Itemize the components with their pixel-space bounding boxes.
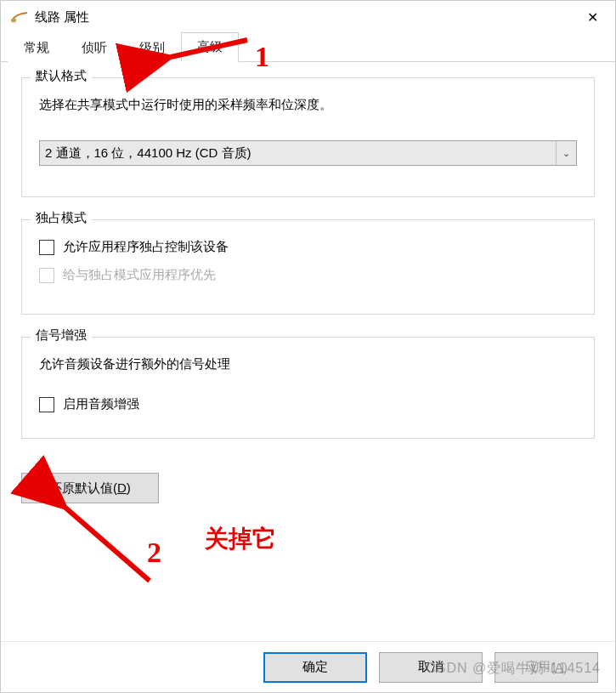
cancel-button[interactable]: 取消 <box>379 652 483 683</box>
exclusive-priority-label: 给与独占模式应用程序优先 <box>63 267 216 283</box>
group-exclusive-mode: 独占模式 允许应用程序独占控制该设备 给与独占模式应用程序优先 <box>21 219 595 315</box>
enable-enhance-label: 启用音频增强 <box>63 396 139 412</box>
tab-content: 默认格式 选择在共享模式中运行时使用的采样频率和位深度。 2 通道，16 位，4… <box>1 62 615 641</box>
group-default-format: 默认格式 选择在共享模式中运行时使用的采样频率和位深度。 2 通道，16 位，4… <box>21 77 595 197</box>
annotation-num-2: 2 <box>147 537 161 568</box>
tab-general[interactable]: 常规 <box>8 33 65 62</box>
apply-label: 应用 <box>525 659 551 675</box>
sample-format-value: 2 通道，16 位，44100 Hz (CD 音质) <box>45 145 251 162</box>
restore-defaults-label: 还原默认值 <box>49 480 113 495</box>
signal-desc: 允许音频设备进行额外的信号处理 <box>39 356 577 372</box>
enable-enhance-checkbox[interactable] <box>39 397 54 412</box>
apply-key: A <box>555 660 563 674</box>
sample-format-dropdown[interactable]: 2 通道，16 位，44100 Hz (CD 音质) ⌄ <box>39 140 577 166</box>
ok-label: 确定 <box>302 659 328 675</box>
chevron-down-icon: ⌄ <box>556 141 576 165</box>
window-title: 线路 属性 <box>35 9 89 26</box>
tab-listen[interactable]: 侦听 <box>65 33 123 62</box>
exclusive-priority-checkbox <box>39 268 54 283</box>
exclusive-allow-row: 允许应用程序独占控制该设备 <box>39 239 577 255</box>
dialog-footer: 确定 取消 应用(A) <box>1 641 615 692</box>
svg-line-2 <box>65 508 150 581</box>
tab-levels[interactable]: 级别 <box>123 33 181 62</box>
svg-point-0 <box>11 19 16 23</box>
group-signal-enhance: 信号增强 允许音频设备进行额外的信号处理 启用音频增强 <box>21 337 595 439</box>
annotation-arrow-2: 2 关掉它 <box>35 487 324 609</box>
exclusive-allow-label: 允许应用程序独占控制该设备 <box>63 239 229 255</box>
close-button[interactable]: ✕ <box>573 3 612 31</box>
restore-defaults-button[interactable]: 还原默认值(D) <box>21 473 159 503</box>
tabstrip: 常规 侦听 级别 高级 <box>1 33 615 62</box>
tab-advanced[interactable]: 高级 <box>181 32 239 62</box>
group-title-default-format: 默认格式 <box>31 68 92 84</box>
apply-button[interactable]: 应用(A) <box>494 652 598 683</box>
group-title-signal: 信号增强 <box>31 327 92 344</box>
app-icon <box>11 10 28 24</box>
cancel-label: 取消 <box>418 659 444 675</box>
properties-dialog: 线路 属性 ✕ 常规 侦听 级别 高级 默认格式 选择在共享模式中运行时使用的采… <box>0 0 616 693</box>
restore-defaults-key: D <box>117 480 127 495</box>
annotation-text: 关掉它 <box>204 525 276 552</box>
titlebar: 线路 属性 ✕ <box>1 1 615 33</box>
ok-button[interactable]: 确定 <box>263 652 367 683</box>
exclusive-allow-checkbox[interactable] <box>39 240 54 255</box>
default-format-desc: 选择在共享模式中运行时使用的采样频率和位深度。 <box>39 97 577 113</box>
close-icon: ✕ <box>587 9 598 26</box>
enable-enhance-row: 启用音频增强 <box>39 396 577 412</box>
group-title-exclusive: 独占模式 <box>31 210 92 226</box>
exclusive-priority-row: 给与独占模式应用程序优先 <box>39 267 577 283</box>
